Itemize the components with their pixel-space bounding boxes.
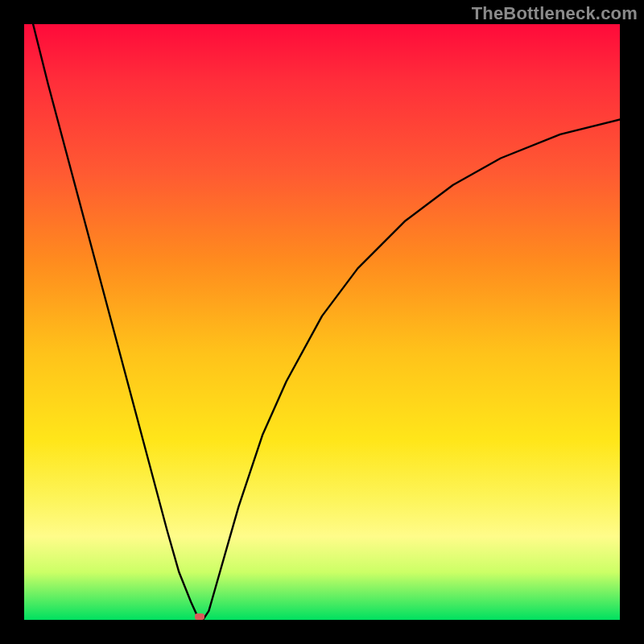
plot-area: [24, 24, 620, 620]
chart-stage: TheBottleneck.com: [0, 0, 644, 644]
watermark-text: TheBottleneck.com: [472, 3, 638, 24]
bottleneck-curve: [24, 24, 620, 620]
curve-layer: [24, 24, 620, 620]
optimum-marker: [195, 613, 204, 620]
